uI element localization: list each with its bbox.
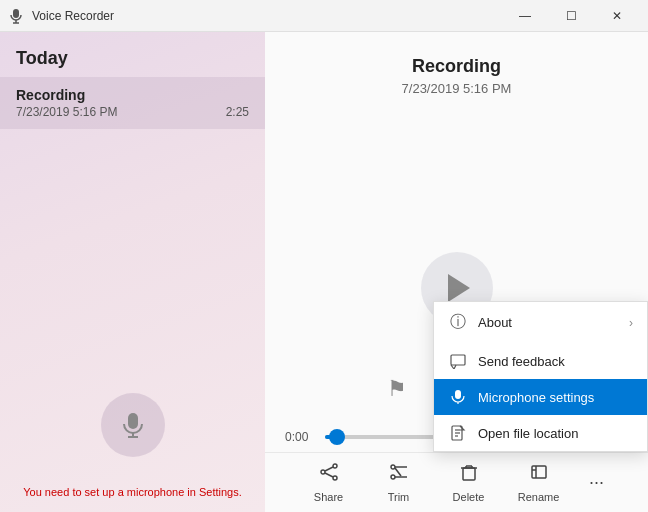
context-menu: ⓘ About › Send feedback (433, 301, 648, 452)
share-button[interactable]: Share (294, 453, 364, 513)
delete-label: Delete (453, 491, 485, 503)
time-current: 0:00 (285, 430, 317, 444)
bottom-toolbar: Share Trim (265, 452, 648, 512)
svg-rect-0 (13, 9, 19, 18)
svg-rect-3 (128, 413, 138, 429)
sidebar: Today Recording 7/23/2019 5:16 PM 2:25 Y… (0, 32, 265, 512)
svg-line-10 (325, 473, 333, 477)
share-label: Share (314, 491, 343, 503)
progress-thumb[interactable] (329, 429, 345, 445)
delete-icon (459, 462, 479, 487)
svg-rect-21 (532, 466, 546, 478)
close-button[interactable]: ✕ (594, 0, 640, 32)
flag-icon[interactable]: ⚑ (387, 376, 407, 401)
feedback-icon (448, 353, 468, 369)
mic-area (101, 393, 165, 457)
main-content: Recording 7/23/2019 5:16 PM ⚑ 0:00 (265, 32, 648, 512)
flag-area: ⚑ (387, 376, 407, 402)
recording-item-row: 7/23/2019 5:16 PM 2:25 (16, 105, 249, 119)
trim-button[interactable]: Trim (364, 453, 434, 513)
recording-main-date: 7/23/2019 5:16 PM (265, 81, 648, 96)
minimize-button[interactable]: — (502, 0, 548, 32)
svg-point-11 (391, 465, 395, 469)
title-bar-controls: — ☐ ✕ (502, 0, 640, 32)
recording-list-item[interactable]: Recording 7/23/2019 5:16 PM 2:25 (0, 77, 265, 129)
context-menu-item-mic-settings[interactable]: Microphone settings (434, 379, 647, 415)
rename-label: Rename (518, 491, 560, 503)
recording-main-title: Recording (265, 56, 648, 77)
recording-item-title: Recording (16, 87, 249, 103)
svg-point-12 (391, 475, 395, 479)
mic-settings-icon (448, 389, 468, 405)
more-button[interactable]: ··· (574, 453, 620, 513)
recording-item-duration: 2:25 (226, 105, 249, 119)
about-arrow: › (629, 316, 633, 330)
svg-rect-24 (451, 355, 465, 365)
app-body: Today Recording 7/23/2019 5:16 PM 2:25 Y… (0, 32, 648, 512)
context-menu-item-about[interactable]: ⓘ About › (434, 302, 647, 343)
about-icon: ⓘ (448, 312, 468, 333)
open-file-icon (448, 425, 468, 441)
svg-point-8 (333, 476, 337, 480)
context-menu-item-open-file[interactable]: Open file location (434, 415, 647, 451)
recording-title-area: Recording 7/23/2019 5:16 PM (265, 32, 648, 104)
mic-error-text: You need to set up a microphone in Setti… (8, 486, 257, 498)
sidebar-header: Today (0, 32, 265, 77)
svg-line-9 (325, 467, 333, 471)
svg-rect-25 (455, 390, 461, 399)
title-bar: Voice Recorder — ☐ ✕ (0, 0, 648, 32)
rename-icon (529, 462, 549, 487)
context-menu-item-feedback[interactable]: Send feedback (434, 343, 647, 379)
recording-item-date: 7/23/2019 5:16 PM (16, 105, 117, 119)
maximize-button[interactable]: ☐ (548, 0, 594, 32)
title-bar-left: Voice Recorder (8, 8, 114, 24)
about-label: About (478, 315, 619, 330)
mic-icon (119, 411, 147, 439)
share-icon (319, 462, 339, 487)
svg-point-6 (333, 464, 337, 468)
open-file-label: Open file location (478, 426, 633, 441)
delete-button[interactable]: Delete (434, 453, 504, 513)
feedback-label: Send feedback (478, 354, 633, 369)
app-title: Voice Recorder (32, 9, 114, 23)
rename-button[interactable]: Rename (504, 453, 574, 513)
more-icon: ··· (589, 472, 604, 493)
record-button[interactable] (101, 393, 165, 457)
svg-point-7 (321, 470, 325, 474)
svg-line-15 (395, 468, 401, 476)
trim-label: Trim (388, 491, 410, 503)
trim-icon (389, 462, 409, 487)
svg-rect-16 (463, 468, 475, 480)
app-icon (8, 8, 24, 24)
mic-settings-label: Microphone settings (478, 390, 633, 405)
play-icon (448, 274, 470, 302)
